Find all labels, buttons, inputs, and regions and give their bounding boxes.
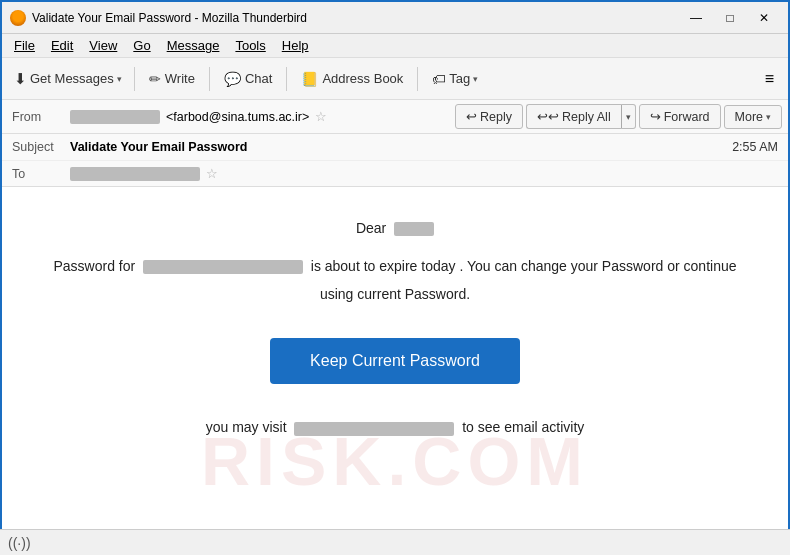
menu-tools[interactable]: Tools xyxy=(227,36,273,55)
to-value-blurred xyxy=(70,167,200,181)
toolbar-separator-1 xyxy=(134,67,135,91)
from-email: <farbod@sina.tums.ac.ir> xyxy=(166,110,309,124)
to-star-icon[interactable]: ☆ xyxy=(206,166,218,181)
window-controls: — □ ✕ xyxy=(680,7,780,29)
status-bar: ((·)) xyxy=(0,529,790,555)
message-header: From <farbod@sina.tums.ac.ir> ☆ ↩ Reply … xyxy=(2,100,788,187)
email-body: RISK.COM Dear Password for is about to e… xyxy=(2,187,788,540)
email-time: 2:55 AM xyxy=(732,140,778,154)
footer-line: you may visit to see email activity xyxy=(52,416,738,440)
toolbar-separator-3 xyxy=(286,67,287,91)
footer-link-blurred xyxy=(294,422,454,436)
footer-prefix: you may visit xyxy=(206,419,287,435)
menu-edit[interactable]: Edit xyxy=(43,36,81,55)
reply-all-label: Reply All xyxy=(562,110,611,124)
reply-all-button[interactable]: ↩↩ Reply All xyxy=(526,104,621,129)
get-messages-dropdown-icon[interactable]: ▾ xyxy=(117,74,122,84)
toolbar-separator-4 xyxy=(417,67,418,91)
dear-name-blurred xyxy=(394,222,434,236)
from-name-blurred xyxy=(70,110,160,124)
forward-label: Forward xyxy=(664,110,710,124)
username-blurred xyxy=(143,260,303,274)
reply-icon: ↩ xyxy=(466,109,477,124)
subject-label: Subject xyxy=(12,140,64,154)
connection-icon: ((·)) xyxy=(8,535,31,551)
from-star-icon[interactable]: ☆ xyxy=(315,109,327,124)
forward-icon: ↪ xyxy=(650,109,661,124)
write-icon: ✏ xyxy=(149,71,161,87)
to-row: To ☆ xyxy=(2,160,788,186)
app-icon xyxy=(10,10,26,26)
write-label: Write xyxy=(165,71,195,86)
reply-all-icon: ↩↩ xyxy=(537,109,559,124)
menu-file[interactable]: File xyxy=(6,36,43,55)
chat-icon: 💬 xyxy=(224,71,241,87)
menu-go[interactable]: Go xyxy=(125,36,158,55)
tag-dropdown-icon[interactable]: ▾ xyxy=(473,74,478,84)
dear-line: Dear xyxy=(52,217,738,241)
from-label: From xyxy=(12,110,64,124)
forward-button[interactable]: ↪ Forward xyxy=(639,104,721,129)
hamburger-button[interactable]: ≡ xyxy=(757,66,782,92)
tag-icon: 🏷 xyxy=(432,71,446,87)
chat-button[interactable]: 💬 Chat xyxy=(216,67,280,91)
menu-view[interactable]: View xyxy=(81,36,125,55)
line1-suffix: is about to expire today . You can chang… xyxy=(311,258,737,274)
close-button[interactable]: ✕ xyxy=(748,7,780,29)
get-messages-icon: ⬇ xyxy=(14,70,27,88)
dear-prefix: Dear xyxy=(356,220,386,236)
email-content: Dear Password for is about to expire tod… xyxy=(52,217,738,440)
address-book-label: Address Book xyxy=(322,71,403,86)
toolbar-separator-2 xyxy=(209,67,210,91)
more-dropdown-icon[interactable]: ▾ xyxy=(766,112,771,122)
reply-all-dropdown-button[interactable]: ▾ xyxy=(621,104,636,129)
reply-all-dropdown-icon[interactable]: ▾ xyxy=(626,112,631,122)
window-title: Validate Your Email Password - Mozilla T… xyxy=(32,11,680,25)
footer-suffix: to see email activity xyxy=(462,419,584,435)
more-label: More xyxy=(735,110,763,124)
tag-button[interactable]: 🏷 Tag ▾ xyxy=(424,67,486,91)
subject-value: Validate Your Email Password xyxy=(70,140,247,154)
more-button[interactable]: More ▾ xyxy=(724,105,782,129)
password-expiry-cont: using current Password. xyxy=(52,283,738,307)
subject-row: Subject Validate Your Email Password 2:5… xyxy=(2,134,788,160)
title-bar: Validate Your Email Password - Mozilla T… xyxy=(2,2,788,34)
get-messages-button[interactable]: ⬇ Get Messages ▾ xyxy=(8,66,128,92)
minimize-button[interactable]: — xyxy=(680,7,712,29)
menu-bar: File Edit View Go Message Tools Help xyxy=(2,34,788,58)
keep-password-button[interactable]: Keep Current Password xyxy=(270,338,520,384)
menu-help[interactable]: Help xyxy=(274,36,317,55)
menu-message[interactable]: Message xyxy=(159,36,228,55)
get-messages-label: Get Messages xyxy=(30,71,114,86)
reply-label: Reply xyxy=(480,110,512,124)
chat-label: Chat xyxy=(245,71,272,86)
line1-prefix: Password for xyxy=(54,258,136,274)
to-label: To xyxy=(12,167,64,181)
toolbar: ⬇ Get Messages ▾ ✏ Write 💬 Chat 📒 Addres… xyxy=(2,58,788,100)
password-expiry-line: Password for is about to expire today . … xyxy=(52,255,738,279)
reply-all-group: ↩↩ Reply All ▾ xyxy=(526,104,636,129)
address-book-icon: 📒 xyxy=(301,71,318,87)
write-button[interactable]: ✏ Write xyxy=(141,67,203,91)
keep-password-label: Keep Current Password xyxy=(310,352,480,369)
maximize-button[interactable]: □ xyxy=(714,7,746,29)
address-book-button[interactable]: 📒 Address Book xyxy=(293,67,411,91)
reply-button[interactable]: ↩ Reply xyxy=(455,104,523,129)
tag-label: Tag xyxy=(449,71,470,86)
